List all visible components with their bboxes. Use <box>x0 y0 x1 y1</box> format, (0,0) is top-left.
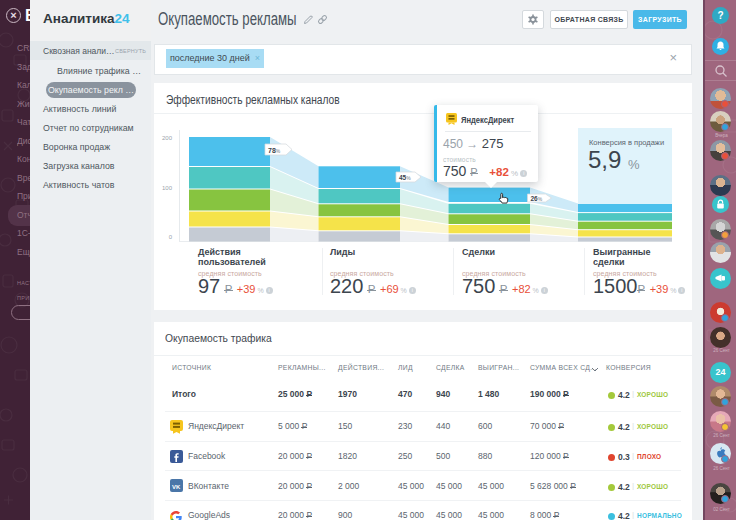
svg-text:0: 0 <box>169 234 173 240</box>
svg-text:45%: 45% <box>399 174 411 181</box>
svg-text:78%: 78% <box>268 147 281 154</box>
svg-text:VK: VK <box>172 484 181 490</box>
svg-text:100: 100 <box>162 185 173 191</box>
svg-text:200: 200 <box>162 135 173 141</box>
svg-text:26%: 26% <box>531 195 543 202</box>
